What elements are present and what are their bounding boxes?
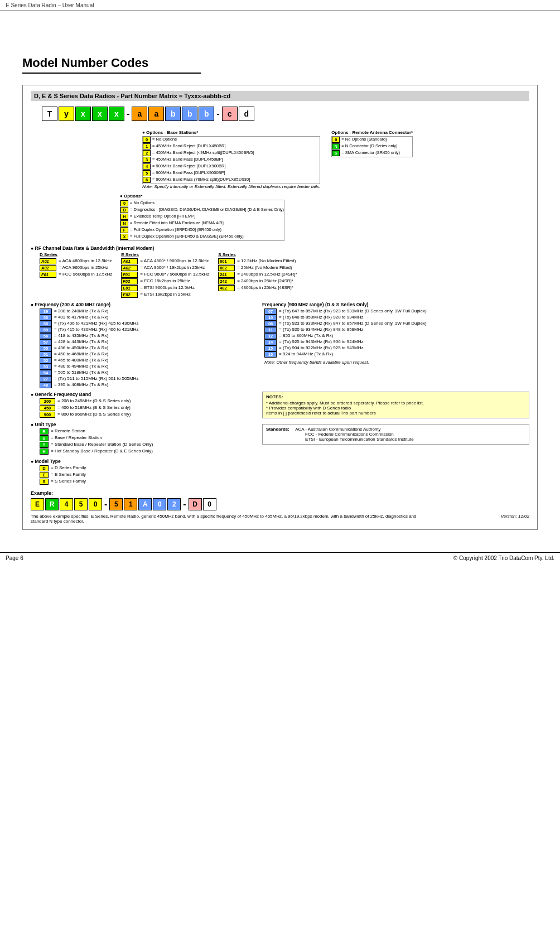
pn-y: y: [59, 107, 74, 121]
options-remote-block: Options - Remote Antenna Connector* 0 = …: [331, 130, 413, 189]
pn-T: T: [42, 107, 57, 121]
pn-b2: b: [182, 107, 197, 121]
example-row: E R 4 5 0 - 5 1 A 0 2 - D 0: [31, 498, 529, 510]
pn-c: c: [222, 107, 238, 121]
page-footer: Page 6 © Copyright 2002 Trio DataCom Pty…: [0, 552, 560, 563]
ex-R: R: [45, 498, 59, 510]
model-type-section: ● Model Type D = D Series Family E = E S…: [31, 459, 529, 485]
ex-D: D: [189, 498, 202, 510]
ex-1: 1: [124, 498, 137, 510]
opt-remote-N: N = N Connector (D Series only): [332, 143, 412, 149]
pn-x3: x: [109, 107, 124, 121]
pn-x2: x: [92, 107, 108, 121]
ex-dash2: -: [182, 499, 187, 509]
freq-200-400: ● Frequency (200 & 400 MHz range) 39= 20…: [31, 302, 253, 388]
pn-a2: a: [148, 107, 164, 121]
opt-base-3: 3 = 450MHz Band Pass [DUPLX450BP]: [143, 157, 320, 163]
pn-dash2: -: [215, 109, 220, 119]
opt-base-0: 0 = No Options: [143, 137, 320, 143]
ex-0: 0: [89, 498, 102, 510]
rf-d-series: D Series A01 = ACA 4800bps in 12.5kHz A0…: [40, 252, 112, 298]
section-title: Model Number Codes: [22, 56, 538, 70]
ex-4: 4: [60, 498, 73, 510]
opt-base-2: 2 = 450MHz Band Reject (<9MHz split)[DUP…: [143, 150, 320, 156]
ex-E: E: [31, 498, 44, 510]
page-header: E Series Data Radio – User Manual: [0, 0, 560, 11]
gfb-notes-row: ● Generic Frequency Band 200 = 208 to 24…: [31, 392, 529, 418]
generic-freq-band: ● Generic Frequency Band 200 = 208 to 24…: [31, 392, 253, 418]
example-section: Example: E R 4 5 0 - 5 1 A 0 2 - D 0 The…: [31, 490, 529, 524]
example-desc: The above example specifies: E Series, R…: [31, 514, 421, 524]
pn-x1: x: [75, 107, 91, 121]
options-star-block: ● Options* 0 = No Options D = Diagnostic…: [120, 194, 529, 241]
ex-2: 2: [167, 498, 181, 510]
opt-base-5: 5 = 900MHz Band Pass [DUPLX9000BP]: [143, 170, 320, 176]
rf-channel-section: ● RF Channel Data Rate & Bandwidth (Inte…: [31, 245, 529, 298]
opt-base-6: 6 = 900MHz Band Pass (76MHz split)[DUPLX…: [143, 177, 320, 183]
unit-type-section: ● Unit Type R = Remote Station B = Base …: [31, 422, 253, 455]
ex-dash1: -: [103, 499, 108, 509]
pn-a1: a: [132, 107, 147, 121]
notes-block: NOTES: * Additional charges apply. Must …: [262, 392, 529, 418]
rf-e-series: E Series A01 = ACA 4800* / 9600bps in 12…: [121, 252, 209, 298]
footer-page: Page 6: [6, 555, 23, 561]
ex-5b: 5: [109, 498, 123, 510]
footer-copyright: © Copyright 2002 Trio DataCom Pty. Ltd.: [453, 555, 554, 561]
diagram-title: D, E & S Series Data Radios - Part Numbe…: [31, 91, 529, 101]
freq-900: Frequency (900 MHz range) (D & S Series …: [262, 302, 529, 388]
header-title: E Series Data Radio – User Manual: [6, 2, 94, 8]
rf-s-series: S Series 001 = 12.5kHz (No Modem Fitted)…: [218, 252, 297, 298]
opt-base-4: 4 = 900MHz Band Reject [DUPLX900BR]: [143, 163, 320, 170]
ex-A: A: [138, 498, 152, 510]
unit-standards-row: ● Unit Type R = Remote Station B = Base …: [31, 422, 529, 455]
pn-d: d: [239, 107, 254, 121]
frequency-sections: ● Frequency (200 & 400 MHz range) 39= 20…: [31, 302, 529, 388]
opt-remote-0: 0 = No Options (Standard): [332, 137, 412, 143]
diagram-box: D, E & S Series Data Radios - Part Numbe…: [22, 85, 538, 530]
ex-0b: 0: [153, 498, 166, 510]
ex-5: 5: [74, 498, 88, 510]
opt-remote-S: S = SMA Connector (SR450 only): [332, 150, 412, 156]
pn-dash1: -: [125, 109, 131, 119]
opt-base-1: 1 = 450MHz Band Reject [DUPLX450BR]: [143, 143, 320, 149]
pn-b3: b: [199, 107, 214, 121]
pn-b1: b: [165, 107, 181, 121]
options-base-block: ● Options - Base Stations* 0 = No Option…: [142, 130, 320, 189]
version-label: Version: 11/02: [501, 514, 529, 524]
part-number-display: T y x x x - a a b b b - c d: [42, 107, 529, 121]
ex-0c: 0: [203, 498, 216, 510]
standards-section: Standards: ACA - Australian Communicatio…: [262, 422, 529, 455]
